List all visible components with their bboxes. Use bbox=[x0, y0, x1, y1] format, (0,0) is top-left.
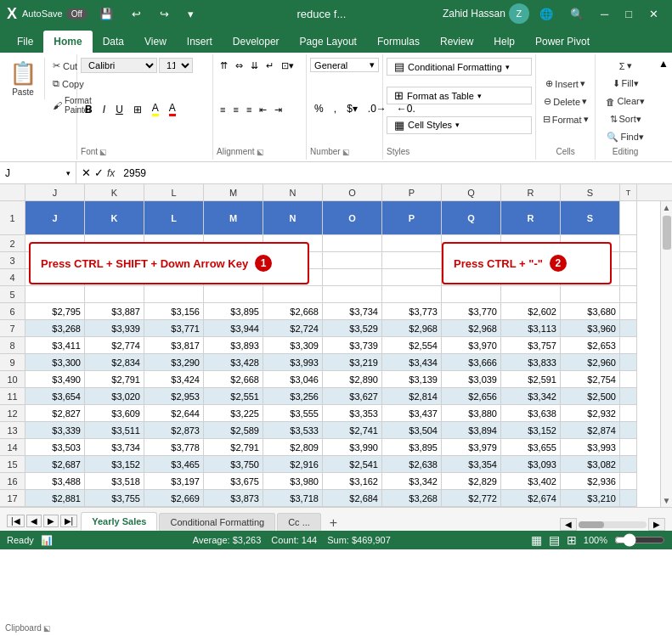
tab-help[interactable]: Help bbox=[483, 31, 525, 53]
header-cell-q[interactable]: Q bbox=[442, 201, 501, 235]
scroll-right-button[interactable]: ▶ bbox=[648, 518, 665, 531]
row-9[interactable]: 9 bbox=[0, 354, 25, 371]
sheet-nav-next[interactable]: ▶ bbox=[43, 515, 59, 527]
center-align-button[interactable]: ≡ bbox=[230, 102, 242, 118]
header-cell-m[interactable]: M bbox=[204, 201, 263, 235]
ribbon-collapse-button[interactable]: ▲ bbox=[658, 58, 669, 70]
redo-button[interactable]: ↪ bbox=[153, 6, 176, 22]
row-4[interactable]: 4 bbox=[0, 269, 25, 286]
merge-center-button[interactable]: ⊡▾ bbox=[278, 58, 297, 74]
header-cell-n[interactable]: N bbox=[263, 201, 323, 235]
scroll-down-button[interactable]: ▼ bbox=[661, 494, 672, 507]
col-header-o[interactable]: O bbox=[323, 184, 382, 200]
sheet-tab-cc[interactable]: Cc ... bbox=[277, 513, 321, 531]
increase-indent-button[interactable]: ⇥ bbox=[271, 102, 285, 118]
sheet-nav-first[interactable]: |◀ bbox=[7, 515, 25, 527]
currency-button[interactable]: $▾ bbox=[342, 101, 362, 116]
row-11[interactable]: 11 bbox=[0, 388, 25, 405]
middle-align-button[interactable]: ⇔ bbox=[232, 58, 246, 74]
font-name-select[interactable]: Calibri bbox=[81, 58, 157, 73]
header-cell-s[interactable]: S bbox=[561, 201, 620, 235]
normal-view-button[interactable]: ▦ bbox=[531, 533, 542, 547]
page-layout-view-button[interactable]: ▤ bbox=[549, 533, 560, 547]
col-header-j[interactable]: J bbox=[25, 184, 85, 200]
zoom-slider[interactable] bbox=[614, 533, 665, 547]
cell-styles-button[interactable]: ▦ Cell Styles ▾ bbox=[387, 116, 532, 134]
col-header-r[interactable]: R bbox=[501, 184, 561, 200]
minimize-button[interactable]: ─ bbox=[594, 6, 615, 22]
tab-home[interactable]: Home bbox=[43, 31, 92, 53]
maximize-button[interactable]: □ bbox=[618, 6, 639, 22]
horizontal-scrollbar[interactable] bbox=[579, 521, 647, 528]
row-7[interactable]: 7 bbox=[0, 320, 25, 337]
row-8[interactable]: 8 bbox=[0, 337, 25, 354]
share-button[interactable]: 🌐 bbox=[533, 6, 560, 22]
scroll-up-button[interactable]: ▲ bbox=[661, 201, 672, 214]
col-header-n[interactable]: N bbox=[263, 184, 323, 200]
underline-button[interactable]: U bbox=[111, 102, 127, 117]
autosave-state[interactable]: Off bbox=[66, 8, 88, 20]
save-button[interactable]: 💾 bbox=[93, 6, 120, 22]
autosum-button[interactable]: Σ▾ bbox=[615, 58, 636, 74]
tab-file[interactable]: File bbox=[7, 31, 43, 53]
conditional-formatting-button[interactable]: ▤ Conditional Formatting ▾ bbox=[387, 58, 532, 76]
row-17[interactable]: 17 bbox=[0, 490, 25, 507]
scroll-thumb[interactable] bbox=[663, 216, 671, 250]
format-cells-button[interactable]: ⊟Format▾ bbox=[539, 111, 593, 127]
left-align-button[interactable]: ≡ bbox=[217, 102, 229, 118]
tab-insert[interactable]: Insert bbox=[177, 31, 223, 53]
tab-developer[interactable]: Developer bbox=[223, 31, 290, 53]
bottom-align-button[interactable]: ⇊ bbox=[247, 58, 262, 74]
col-header-s[interactable]: S bbox=[561, 184, 620, 200]
tab-data[interactable]: Data bbox=[93, 31, 134, 53]
name-box-arrow[interactable]: ▾ bbox=[66, 169, 71, 177]
autosave-toggle[interactable]: AutoSave Off bbox=[22, 8, 88, 20]
row-6[interactable]: 6 bbox=[0, 303, 25, 320]
cell-t1[interactable] bbox=[620, 201, 637, 235]
delete-cells-button[interactable]: ⊖Delete▾ bbox=[539, 93, 591, 110]
customize-button[interactable]: ▾ bbox=[181, 6, 200, 22]
col-header-m[interactable]: M bbox=[204, 184, 263, 200]
sheet-tab-conditional-formatting[interactable]: Conditional Formatting bbox=[159, 513, 275, 531]
tab-view[interactable]: View bbox=[134, 31, 177, 53]
formula-input[interactable] bbox=[120, 167, 672, 179]
row-14[interactable]: 14 bbox=[0, 439, 25, 456]
page-break-view-button[interactable]: ⊞ bbox=[567, 533, 577, 547]
sheet-tab-yearly-sales[interactable]: Yearly Sales bbox=[81, 512, 157, 531]
row-5[interactable]: 5 bbox=[0, 286, 25, 303]
row-3[interactable]: 3 bbox=[0, 252, 25, 269]
row-2[interactable]: 2 bbox=[0, 235, 25, 252]
bold-button[interactable]: B bbox=[81, 102, 97, 117]
header-cell-l[interactable]: L bbox=[144, 201, 204, 235]
tab-page-layout[interactable]: Page Layout bbox=[290, 31, 367, 53]
header-cell-o[interactable]: O bbox=[323, 201, 382, 235]
row-10[interactable]: 10 bbox=[0, 371, 25, 388]
sheet-nav-prev[interactable]: ◀ bbox=[26, 515, 42, 527]
paste-button[interactable]: 📋 Paste bbox=[5, 58, 41, 99]
clear-button[interactable]: 🗑Clear▾ bbox=[601, 93, 648, 110]
find-select-button[interactable]: 🔍Find▾ bbox=[602, 129, 647, 145]
add-sheet-button[interactable]: + bbox=[323, 515, 344, 531]
fill-color-button[interactable]: A bbox=[148, 100, 163, 118]
wrap-text-button[interactable]: ↵ bbox=[263, 58, 277, 74]
col-header-l[interactable]: L bbox=[144, 184, 204, 200]
font-size-select[interactable]: 11 bbox=[159, 58, 193, 73]
col-header-k[interactable]: K bbox=[85, 184, 144, 200]
col-header-q[interactable]: Q bbox=[442, 184, 501, 200]
row-12[interactable]: 12 bbox=[0, 405, 25, 422]
comma-button[interactable]: , bbox=[330, 101, 341, 116]
col-header-p[interactable]: P bbox=[382, 184, 442, 200]
header-cell-k[interactable]: K bbox=[85, 201, 144, 235]
undo-button[interactable]: ↩ bbox=[125, 6, 148, 22]
row-16[interactable]: 16 bbox=[0, 473, 25, 490]
cancel-formula-button[interactable]: ✕ bbox=[82, 166, 91, 179]
right-align-button[interactable]: ≡ bbox=[243, 102, 255, 118]
header-cell-j[interactable]: J bbox=[25, 201, 85, 235]
scroll-left-button[interactable]: ◀ bbox=[560, 518, 577, 531]
tab-review[interactable]: Review bbox=[430, 31, 483, 53]
search-button[interactable]: 🔍 bbox=[563, 6, 590, 22]
sheet-nav-last[interactable]: ▶| bbox=[60, 515, 78, 527]
row-15[interactable]: 15 bbox=[0, 456, 25, 473]
tab-power-pivot[interactable]: Power Pivot bbox=[525, 31, 600, 53]
format-as-table-button[interactable]: ⊞ Format as Table ▾ bbox=[387, 87, 532, 104]
